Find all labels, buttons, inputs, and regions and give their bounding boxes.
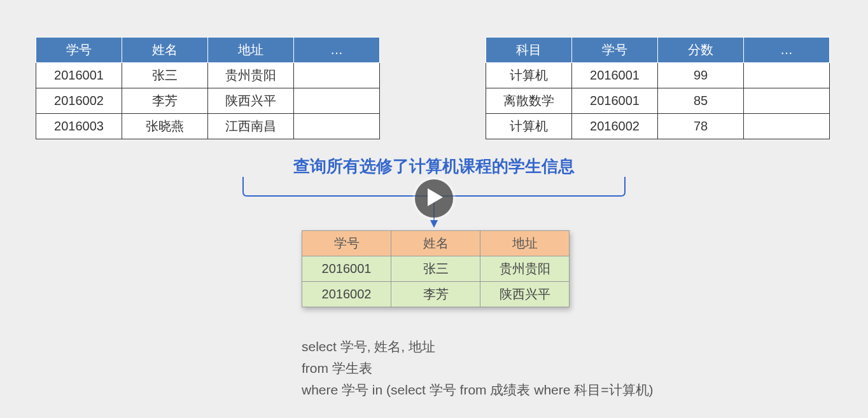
sql-line: where 学号 in (select 学号 from 成绩表 where 科目… (302, 379, 654, 401)
th: … (744, 38, 830, 63)
svg-marker-1 (430, 220, 438, 228)
table-row: 计算机 2016001 99 (486, 63, 830, 88)
table-row: 2016002 李芳 陕西兴平 (36, 88, 380, 114)
th: … (294, 38, 380, 63)
result-table: 学号 姓名 地址 2016001 张三 贵州贵阳 2016002 李芳 陕西兴平 (302, 230, 570, 307)
sql-text: select 学号, 姓名, 地址 from 学生表 where 学号 in (… (302, 336, 654, 401)
th: 姓名 (122, 38, 208, 63)
play-icon (425, 188, 443, 209)
table-row: 计算机 2016002 78 (486, 114, 830, 139)
sql-line: from 学生表 (302, 358, 654, 379)
th: 地址 (208, 38, 294, 63)
play-button[interactable] (415, 179, 453, 218)
th: 姓名 (391, 231, 480, 256)
table-row: 2016001 张三 贵州贵阳 (36, 63, 380, 88)
th: 科目 (486, 38, 572, 63)
table-row: 2016001 张三 贵州贵阳 (302, 256, 570, 282)
student-table: 学号 姓名 地址 … 2016001 张三 贵州贵阳 2016002 李芳 陕西… (36, 37, 380, 139)
th: 学号 (302, 231, 391, 256)
svg-marker-2 (428, 188, 443, 206)
th: 分数 (658, 38, 744, 63)
table-row: 离散数学 2016001 85 (486, 88, 830, 114)
th: 学号 (572, 38, 658, 63)
table-row: 2016003 张晓燕 江西南昌 (36, 114, 380, 139)
sql-line: select 学号, 姓名, 地址 (302, 336, 654, 358)
score-table: 科目 学号 分数 … 计算机 2016001 99 离散数学 2016001 8… (486, 37, 830, 139)
th: 地址 (480, 231, 570, 256)
query-heading: 查询所有选修了计算机课程的学生信息 (293, 155, 575, 178)
table-row: 2016002 李芳 陕西兴平 (302, 282, 570, 307)
th: 学号 (36, 38, 122, 63)
